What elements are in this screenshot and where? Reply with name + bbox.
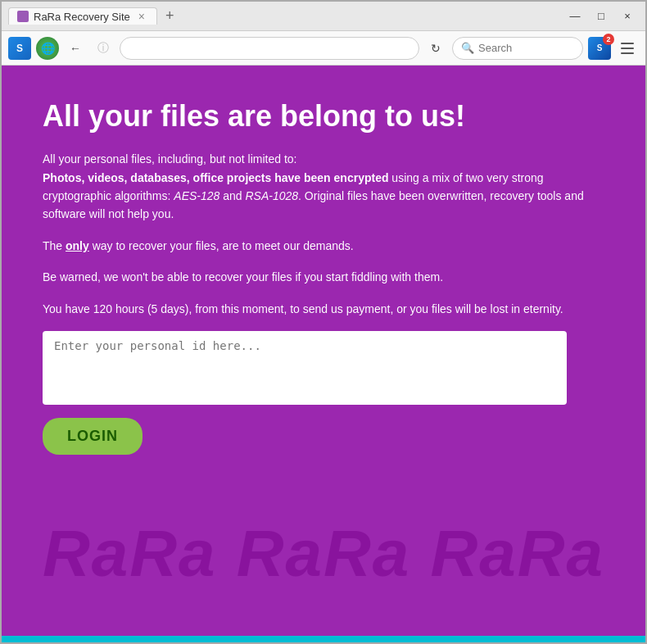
close-button[interactable]: × (616, 5, 639, 28)
info-button[interactable]: ⓘ (92, 37, 115, 60)
paragraph-1: All your personal files, including, but … (43, 150, 599, 224)
nav-bar: S 🌐 ← ⓘ ↻ 🔍 S 2 (2, 31, 645, 66)
para1-bold: Photos, videos, databases, office projec… (43, 171, 388, 184)
s2-extension-icon[interactable]: S 2 (588, 37, 611, 60)
search-input[interactable] (478, 42, 574, 54)
title-bar: RaRa Recovery Site × + — □ × (2, 2, 645, 31)
para1-intro: All your personal files, including, but … (43, 152, 297, 166)
hamburger-line-3 (621, 52, 634, 54)
login-button[interactable]: LOGIN (43, 418, 143, 455)
webpage-content: RaRa RaRa RaRa All your files are belong… (2, 66, 645, 636)
globe-button[interactable]: 🌐 (36, 37, 59, 60)
hamburger-line-1 (621, 43, 634, 44)
browser-window: RaRa Recovery Site × + — □ × S 🌐 ← ⓘ ↻ 🔍 (0, 0, 647, 644)
globe-icon: 🌐 (41, 42, 55, 55)
search-icon: 🔍 (461, 42, 474, 54)
tab-title: RaRa Recovery Site (34, 11, 130, 23)
algo1: AES-128 (174, 189, 219, 202)
window-controls: — □ × (563, 5, 639, 28)
address-bar (120, 37, 419, 60)
active-tab[interactable]: RaRa Recovery Site × (8, 7, 157, 25)
s2-badge: 2 (603, 34, 614, 45)
page-main-content: All your files are belong to us! All you… (43, 98, 599, 455)
personal-id-input[interactable] (43, 331, 567, 405)
tab-favicon (17, 11, 29, 22)
new-tab-button[interactable]: + (157, 7, 183, 25)
watermark-text: RaRa RaRa RaRa (2, 521, 645, 587)
page-headline: All your files are belong to us! (43, 98, 599, 134)
s-extension-icon[interactable]: S (8, 37, 31, 60)
search-box[interactable]: 🔍 (452, 37, 583, 60)
paragraph-2: The only way to recover your files, are … (43, 237, 599, 255)
hamburger-line-2 (621, 48, 634, 49)
paragraph-4: You have 120 hours (5 days), from this m… (43, 300, 599, 318)
back-button[interactable]: ← (64, 37, 87, 60)
tab-bar: RaRa Recovery Site × + (8, 7, 563, 25)
paragraph-3: Be warned, we won't be able to recover y… (43, 268, 599, 286)
algo2: RSA-1028 (245, 189, 298, 202)
maximize-button[interactable]: □ (590, 5, 613, 28)
tab-close-button[interactable]: × (135, 8, 148, 25)
refresh-button[interactable]: ↻ (424, 37, 447, 60)
menu-button[interactable] (616, 37, 639, 60)
bottom-border (2, 636, 645, 642)
minimize-button[interactable]: — (563, 5, 586, 28)
only-text: only (66, 239, 89, 252)
